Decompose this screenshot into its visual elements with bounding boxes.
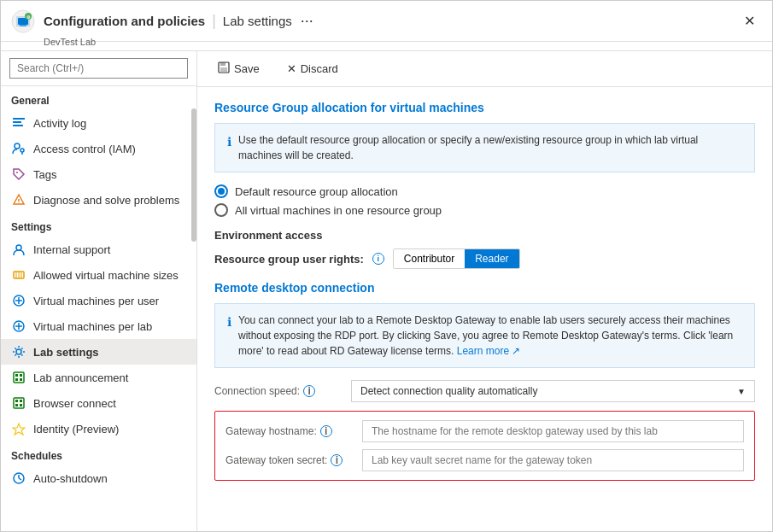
sidebar-section-general: General <box>1 86 196 110</box>
radio-all-in-one-circle[interactable] <box>214 203 228 217</box>
user-rights-info-icon[interactable]: i <box>372 253 384 265</box>
tags-icon <box>11 167 26 182</box>
save-label: Save <box>234 62 260 75</box>
sidebar-item-vms-per-lab[interactable]: Virtual machines per lab <box>1 313 196 339</box>
resource-group-info-text: Use the default resource group allocatio… <box>238 132 742 163</box>
svg-rect-42 <box>220 67 227 72</box>
svg-rect-6 <box>13 118 25 120</box>
discard-label: Discard <box>301 62 338 75</box>
svg-rect-30 <box>15 378 18 381</box>
svg-rect-36 <box>20 404 22 406</box>
sidebar-item-internal-support[interactable]: Internal support <box>1 237 196 262</box>
sidebar-section-settings: Settings <box>1 213 196 237</box>
identity-preview-icon <box>11 421 26 436</box>
gateway-token-input[interactable] <box>362 449 744 471</box>
env-access-section: Environment access Resource group user r… <box>214 229 755 269</box>
remote-desktop-section: Remote desktop connection ℹ You can conn… <box>214 281 755 481</box>
svg-point-15 <box>16 245 21 250</box>
gateway-token-row: Gateway token secret: i <box>225 449 744 471</box>
diagnose-icon <box>11 192 26 208</box>
radio-all-in-one-label: All virtual machines in one resource gro… <box>235 204 442 217</box>
sidebar-section-schedules: Schedules <box>1 441 196 465</box>
radio-default-label: Default resource group allocation <box>235 185 398 198</box>
sidebar-item-lab-settings[interactable]: Lab settings <box>1 339 196 365</box>
svg-rect-35 <box>15 404 18 406</box>
sidebar-item-identity-preview[interactable]: Identity (Preview) <box>1 416 196 441</box>
svg-point-12 <box>16 172 18 173</box>
sidebar: General Activity log Access control (IAM… <box>1 51 197 531</box>
sidebar-item-lab-announcement[interactable]: Lab announcement <box>1 365 196 390</box>
gateway-hostname-row: Gateway hostname: i <box>225 420 744 442</box>
svg-rect-8 <box>13 125 23 126</box>
gateway-token-label-wrapper: Gateway token secret: i <box>225 454 354 466</box>
sidebar-label-activity-log: Activity log <box>33 117 86 130</box>
reader-toggle[interactable]: Reader <box>465 249 518 268</box>
discard-button[interactable]: ✕ Discard <box>280 59 345 79</box>
svg-rect-31 <box>20 378 22 381</box>
sidebar-label-internal-support: Internal support <box>33 243 110 256</box>
remote-desktop-info-icon: ℹ <box>227 313 231 331</box>
gateway-hostname-info-icon[interactable]: i <box>320 425 332 437</box>
search-area <box>1 51 196 86</box>
svg-point-9 <box>15 143 20 149</box>
user-rights-toggle-group: Contributor Reader <box>393 248 520 269</box>
lab-announcement-icon <box>11 370 26 385</box>
connection-speed-row: Connection speed: i Detect connection qu… <box>214 380 755 402</box>
sidebar-item-browser-connect[interactable]: Browser connect <box>1 390 196 416</box>
svg-rect-29 <box>20 374 22 377</box>
svg-point-10 <box>20 149 24 152</box>
chevron-down-icon: ▼ <box>737 387 746 396</box>
connection-speed-value: Detect connection quality automatically <box>360 385 537 397</box>
more-options-button[interactable]: ··· <box>301 12 313 30</box>
gateway-hostname-input[interactable] <box>362 420 744 442</box>
radio-default-circle[interactable] <box>214 184 228 198</box>
search-input[interactable] <box>9 58 188 79</box>
sidebar-item-vms-per-user[interactable]: Virtual machines per user <box>1 288 196 313</box>
sidebar-item-diagnose[interactable]: Diagnose and solve problems <box>1 187 196 213</box>
learn-more-link[interactable]: Learn more ↗ <box>457 345 521 357</box>
sidebar-item-access-control[interactable]: Access control (IAM) <box>1 136 196 161</box>
radio-default[interactable]: Default resource group allocation <box>214 184 755 198</box>
info-icon: ℹ <box>227 133 231 151</box>
sidebar-item-auto-shutdown[interactable]: Auto-shutdown <box>1 465 196 491</box>
main-window: ⚙ Configuration and policies | Lab setti… <box>0 0 773 532</box>
contributor-toggle[interactable]: Contributor <box>394 249 465 268</box>
main-content: Save ✕ Discard Resource Group allocation… <box>197 51 772 531</box>
gateway-token-info-icon[interactable]: i <box>331 454 343 466</box>
resource-group-user-rights-row: Resource group user rights: i Contributo… <box>214 248 755 269</box>
svg-line-39 <box>19 478 21 480</box>
save-button[interactable]: Save <box>211 58 266 79</box>
svg-rect-32 <box>14 398 24 408</box>
svg-rect-28 <box>15 374 18 377</box>
save-icon <box>218 61 230 76</box>
connection-speed-info-icon[interactable]: i <box>303 385 315 397</box>
gateway-token-label: Gateway token secret: <box>225 454 327 466</box>
auto-shutdown-icon <box>11 471 26 486</box>
close-button[interactable]: ✕ <box>737 9 762 32</box>
svg-rect-27 <box>14 372 24 383</box>
app-icon: ⚙ <box>11 9 35 33</box>
sidebar-label-vms-per-lab: Virtual machines per lab <box>33 320 152 333</box>
sidebar-item-allowed-vm-sizes[interactable]: Allowed virtual machine sizes <box>1 262 196 288</box>
connection-speed-select[interactable]: Detect connection quality automatically … <box>351 380 755 402</box>
svg-rect-34 <box>20 400 22 402</box>
svg-rect-3 <box>20 25 26 26</box>
gateway-hostname-label-wrapper: Gateway hostname: i <box>225 425 354 437</box>
resource-group-radio-group: Default resource group allocation All vi… <box>214 184 755 217</box>
svg-rect-41 <box>220 62 225 66</box>
page-title: Configuration and policies <box>44 14 205 28</box>
sidebar-item-tags[interactable]: Tags <box>1 161 196 187</box>
vms-per-lab-icon <box>11 319 26 334</box>
svg-point-26 <box>16 349 21 354</box>
resource-group-user-rights-label: Resource group user rights: <box>214 253 364 266</box>
sidebar-label-vms-per-user: Virtual machines per user <box>33 295 159 307</box>
discard-icon: ✕ <box>287 62 296 75</box>
resource-group-info-box: ℹ Use the default resource group allocat… <box>214 123 755 172</box>
radio-all-in-one[interactable]: All virtual machines in one resource gro… <box>214 203 755 217</box>
sidebar-label-lab-announcement: Lab announcement <box>33 371 128 384</box>
internal-support-icon <box>11 242 26 257</box>
gateway-fields-section: Gateway hostname: i Gateway token secret… <box>214 411 755 481</box>
sidebar-label-browser-connect: Browser connect <box>33 397 116 410</box>
browser-connect-icon <box>11 395 26 411</box>
sidebar-item-activity-log[interactable]: Activity log <box>1 110 196 136</box>
